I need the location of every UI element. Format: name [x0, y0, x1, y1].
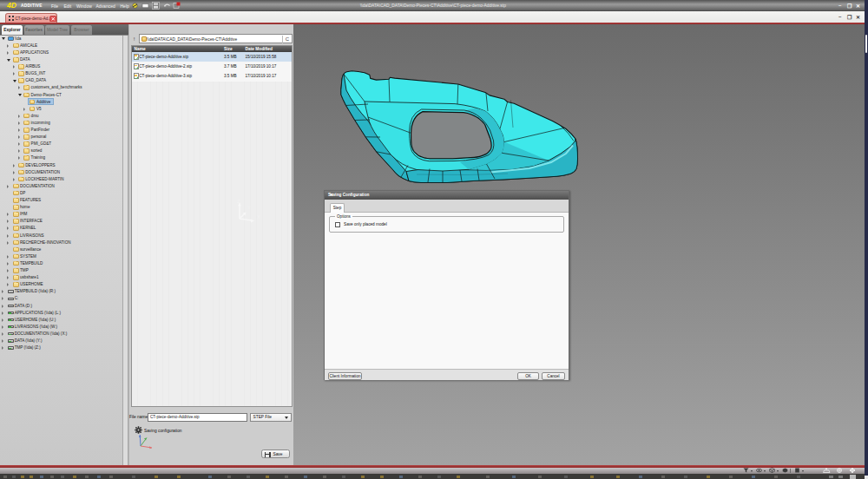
- svg-text:Z: Z: [237, 199, 240, 204]
- svg-text:Y: Y: [247, 205, 251, 210]
- svg-text:X: X: [257, 214, 260, 220]
